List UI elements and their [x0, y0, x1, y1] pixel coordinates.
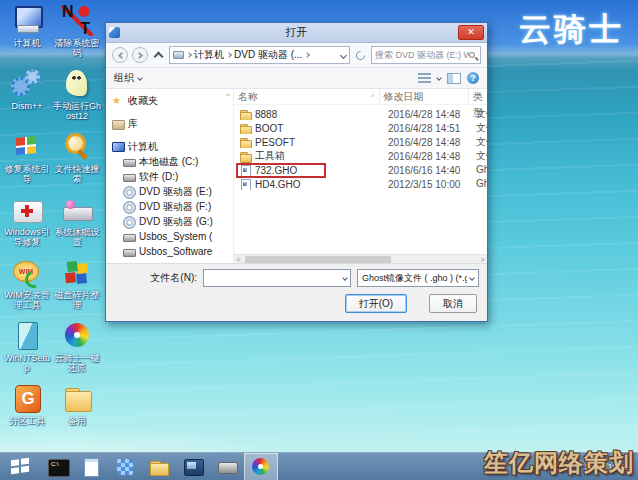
file-row[interactable]: BOOT 2016/4/28 14:51 文件夹	[234, 121, 487, 135]
scroll-right-icon[interactable]: >	[478, 255, 487, 264]
desktop-icon[interactable]: 文件快速搜索	[52, 132, 102, 195]
start-button[interactable]	[0, 453, 40, 480]
desktop-icon-label: 修复系统引导	[2, 164, 52, 184]
filetype-select[interactable]: Ghost镜像文件 ( .gho ) (*.gh	[357, 269, 479, 287]
desktop-icon-label: 分区工具	[9, 416, 45, 426]
taskbar-button[interactable]	[74, 453, 108, 480]
desktop-icon[interactable]: 清除系统密码	[52, 6, 102, 69]
file-name-box[interactable]: BOOT	[238, 123, 324, 134]
preview-pane-button[interactable]	[447, 73, 461, 84]
sidebar-item-label: 库	[128, 117, 138, 131]
desktop-icon[interactable]: 修复系统引导	[2, 132, 52, 195]
taskbar-button[interactable]	[176, 453, 210, 480]
file-row[interactable]: 732.GHO 2016/6/16 14:40 Ghost 映	[234, 163, 487, 177]
breadcrumb-dvd-drive[interactable]: DVD 驱动器 (...	[234, 48, 302, 62]
file-date: 2016/6/16 14:40	[384, 165, 476, 176]
desktop-icon[interactable]: WinNTSetup	[2, 321, 52, 384]
desktop-icon-label: 手动运行Ghost12	[52, 101, 102, 121]
sidebar-item[interactable]: 本地磁盘 (C:)	[106, 154, 233, 169]
column-headers: 名称 ^ 修改日期 类型	[234, 89, 487, 105]
cancel-button[interactable]: 取消	[429, 294, 477, 313]
desktop-icon-label: WIM安装管理工具	[2, 290, 52, 310]
winflag-icon	[11, 132, 43, 162]
desktop-icon[interactable]: 计算机	[2, 6, 52, 69]
file-name-box[interactable]: HD4.GHO	[238, 179, 324, 190]
sidebar-item[interactable]: DVD 驱动器 (G:)	[106, 214, 233, 229]
view-dropdown-icon[interactable]	[436, 75, 442, 81]
sysinfo-icon	[183, 458, 203, 476]
desktop-icon-label: 系统休眠设置	[52, 227, 102, 247]
sidebar-item[interactable]: 软件 (D:)	[106, 169, 233, 184]
file-row[interactable]: HD4.GHO 2012/3/15 10:00 Ghost 映	[234, 177, 487, 191]
breadcrumb-computer[interactable]: 计算机	[194, 48, 224, 62]
diskg-icon	[11, 384, 43, 414]
file-row[interactable]: 8888 2016/4/28 14:48 文件夹	[234, 107, 487, 121]
file-name-box[interactable]: 732.GHO	[238, 165, 324, 176]
file-rows: 8888 2016/4/28 14:48 文件夹 BOOT	[234, 105, 487, 254]
up-button[interactable]	[154, 52, 164, 62]
file-name-box[interactable]: 工具箱	[238, 149, 324, 163]
file-name-box[interactable]: PESOFT	[238, 137, 324, 148]
search-box[interactable]: 搜索 DVD 驱动器 (E:) WIN7...	[371, 46, 481, 64]
open-button[interactable]: 打开(O)	[345, 294, 407, 313]
desktop-icon[interactable]: 云骑士一键还原	[52, 321, 102, 384]
file-type: Ghost 映	[476, 177, 487, 191]
breadcrumb-dropdown-icon[interactable]	[340, 51, 347, 58]
organize-button[interactable]: 组织	[114, 71, 142, 85]
breadcrumb[interactable]: 计算机 DVD 驱动器 (...	[169, 46, 350, 64]
back-button[interactable]	[112, 47, 128, 63]
sidebar-item[interactable]: 计算机	[106, 139, 233, 154]
desktop-icon-label: 云骑士一键还原	[52, 353, 102, 373]
taskbar-button[interactable]	[40, 453, 74, 480]
disc-icon	[123, 216, 135, 228]
watermark-shengyi: 笙亿网络策划	[484, 447, 634, 479]
taskbar-button[interactable]	[210, 453, 244, 480]
filename-dropdown-icon[interactable]	[342, 275, 348, 281]
taskbar-button[interactable]	[244, 453, 278, 480]
scrollbar-thumb[interactable]	[245, 256, 391, 263]
horizontal-scrollbar[interactable]: < >	[234, 254, 487, 263]
chevron-right-icon	[305, 52, 311, 58]
file-name-box[interactable]: 8888	[238, 109, 324, 120]
column-header-type[interactable]: 类型	[469, 89, 487, 104]
sidebar-scroll-up[interactable]: ^	[226, 91, 230, 100]
refresh-button[interactable]	[354, 49, 367, 62]
sidebar-item[interactable]: Usbos_Software	[106, 244, 233, 259]
navigation-bar: 计算机 DVD 驱动器 (... 搜索 DVD 驱动器 (E:) WIN7...	[106, 43, 487, 68]
open-dialog: 打开 ✕ 计算机 DVD 驱动器 (... 搜索 DVD 驱动器 (E:) WI…	[105, 22, 488, 322]
desktop-icon[interactable]: 磁盘碎片整理	[52, 258, 102, 321]
scroll-left-icon[interactable]: <	[234, 255, 243, 264]
file-row[interactable]: PESOFT 2016/4/28 14:48 文件夹	[234, 135, 487, 149]
column-header-date[interactable]: 修改日期	[380, 89, 469, 104]
column-header-name[interactable]: 名称 ^	[234, 89, 380, 104]
sort-ascending-icon: ^	[371, 89, 375, 105]
sidebar-item-label: Usbos_System (	[139, 231, 212, 242]
forward-button[interactable]	[132, 47, 148, 63]
filename-input[interactable]	[203, 269, 351, 287]
desktop-icon[interactable]: 手动运行Ghost12	[52, 69, 102, 132]
close-button[interactable]: ✕	[458, 25, 484, 40]
desktop-icon[interactable]: Dism++	[2, 69, 52, 132]
sidebar-item[interactable]: DVD 驱动器 (E:)	[106, 184, 233, 199]
desktop-icon[interactable]: WIM安装管理工具	[2, 258, 52, 321]
desktop-icon[interactable]: 系统休眠设置	[52, 195, 102, 258]
sidebar-item[interactable]: 收藏夹	[106, 93, 233, 108]
hdd-icon	[123, 246, 135, 258]
filename-label: 文件名(N):	[150, 271, 197, 285]
desktop-icon[interactable]: Windows引导修复	[2, 195, 52, 258]
help-button[interactable]: ?	[467, 72, 479, 84]
desktop-icon[interactable]: 备用	[52, 384, 102, 447]
desktop-icon[interactable]: 分区工具	[2, 384, 52, 447]
change-view-button[interactable]	[418, 73, 431, 84]
taskbar-button[interactable]	[108, 453, 142, 480]
file-row[interactable]: 工具箱 2016/4/28 14:48 文件夹	[234, 149, 487, 163]
disc-icon	[123, 201, 135, 213]
sidebar-item[interactable]: Usbos_System (	[106, 229, 233, 244]
sidebar-item[interactable]: DVD 驱动器 (F:)	[106, 199, 233, 214]
sidebar-item[interactable]: 库	[106, 116, 233, 131]
magnifier-icon	[61, 132, 93, 162]
dialog-titlebar[interactable]: 打开 ✕	[106, 23, 487, 43]
taskbar-button[interactable]	[142, 453, 176, 480]
scrollbar-track[interactable]	[243, 255, 478, 264]
desktop: 计算机 清除系统密码 Dism++ 手动运行Ghost12 修复系统引导	[0, 0, 638, 480]
